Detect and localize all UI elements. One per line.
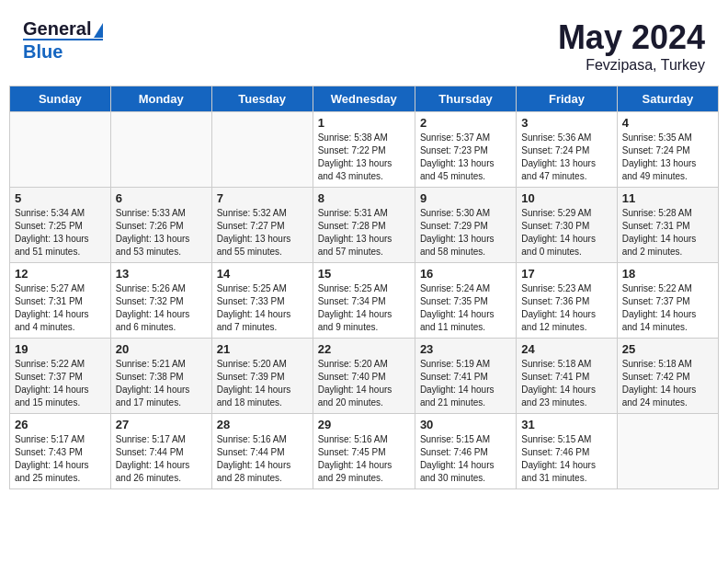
day-info: Sunrise: 5:33 AM Sunset: 7:26 PM Dayligh… <box>116 207 207 259</box>
calendar-cell: 25Sunrise: 5:18 AM Sunset: 7:42 PM Dayli… <box>617 339 718 414</box>
day-info: Sunrise: 5:20 AM Sunset: 7:40 PM Dayligh… <box>318 358 410 409</box>
weekday-header-tuesday: Tuesday <box>211 86 313 112</box>
calendar-cell: 14Sunrise: 5:25 AM Sunset: 7:33 PM Dayli… <box>211 263 313 339</box>
day-number: 15 <box>318 267 410 281</box>
day-info: Sunrise: 5:17 AM Sunset: 7:43 PM Dayligh… <box>15 433 106 485</box>
page-header: General Blue May 2024 Fevzipasa, Turkey <box>9 9 719 78</box>
day-info: Sunrise: 5:16 AM Sunset: 7:45 PM Dayligh… <box>318 433 410 485</box>
day-number: 8 <box>318 191 410 205</box>
weekday-header-wednesday: Wednesday <box>313 86 415 112</box>
day-info: Sunrise: 5:37 AM Sunset: 7:23 PM Dayligh… <box>420 132 511 183</box>
day-number: 12 <box>15 267 106 281</box>
day-info: Sunrise: 5:32 AM Sunset: 7:27 PM Dayligh… <box>217 207 308 259</box>
day-number: 1 <box>318 116 410 130</box>
day-number: 27 <box>116 418 207 431</box>
calendar-cell: 20Sunrise: 5:21 AM Sunset: 7:38 PM Dayli… <box>110 339 211 414</box>
day-info: Sunrise: 5:26 AM Sunset: 7:32 PM Dayligh… <box>116 282 207 334</box>
day-number: 18 <box>622 267 713 281</box>
day-number: 6 <box>116 191 207 205</box>
day-info: Sunrise: 5:18 AM Sunset: 7:42 PM Dayligh… <box>622 358 713 409</box>
month-title: May 2024 Fevzipasa, Turkey <box>558 18 705 74</box>
day-number: 3 <box>521 116 611 130</box>
location: Fevzipasa, Turkey <box>558 57 705 74</box>
day-number: 13 <box>116 267 207 281</box>
calendar-cell <box>10 112 111 188</box>
logo-text-blue: Blue <box>23 39 103 62</box>
calendar-cell: 6Sunrise: 5:33 AM Sunset: 7:26 PM Daylig… <box>110 188 211 263</box>
calendar-cell: 28Sunrise: 5:16 AM Sunset: 7:44 PM Dayli… <box>211 414 313 489</box>
day-info: Sunrise: 5:28 AM Sunset: 7:31 PM Dayligh… <box>622 207 713 259</box>
day-number: 17 <box>521 267 611 281</box>
calendar-cell: 17Sunrise: 5:23 AM Sunset: 7:36 PM Dayli… <box>517 263 617 339</box>
day-info: Sunrise: 5:38 AM Sunset: 7:22 PM Dayligh… <box>318 132 410 183</box>
calendar-cell: 2Sunrise: 5:37 AM Sunset: 7:23 PM Daylig… <box>415 112 516 188</box>
calendar-header-row: SundayMondayTuesdayWednesdayThursdayFrid… <box>10 86 719 112</box>
calendar-cell: 3Sunrise: 5:36 AM Sunset: 7:24 PM Daylig… <box>517 112 617 188</box>
day-info: Sunrise: 5:15 AM Sunset: 7:46 PM Dayligh… <box>521 433 611 485</box>
day-number: 14 <box>217 267 308 281</box>
calendar-cell: 18Sunrise: 5:22 AM Sunset: 7:37 PM Dayli… <box>617 263 718 339</box>
day-number: 16 <box>420 267 511 281</box>
calendar-cell: 26Sunrise: 5:17 AM Sunset: 7:43 PM Dayli… <box>10 414 111 489</box>
weekday-header-sunday: Sunday <box>10 86 111 112</box>
calendar-week-5: 26Sunrise: 5:17 AM Sunset: 7:43 PM Dayli… <box>10 414 719 489</box>
calendar-cell: 23Sunrise: 5:19 AM Sunset: 7:41 PM Dayli… <box>415 339 516 414</box>
calendar-cell: 12Sunrise: 5:27 AM Sunset: 7:31 PM Dayli… <box>10 263 111 339</box>
day-info: Sunrise: 5:35 AM Sunset: 7:24 PM Dayligh… <box>622 132 713 183</box>
day-number: 26 <box>15 418 106 431</box>
calendar-cell: 21Sunrise: 5:20 AM Sunset: 7:39 PM Dayli… <box>211 339 313 414</box>
day-number: 21 <box>217 342 308 356</box>
calendar-cell: 10Sunrise: 5:29 AM Sunset: 7:30 PM Dayli… <box>517 188 617 263</box>
day-info: Sunrise: 5:21 AM Sunset: 7:38 PM Dayligh… <box>116 358 207 409</box>
day-number: 19 <box>15 342 106 356</box>
month-year: May 2024 <box>558 18 705 57</box>
day-number: 4 <box>622 116 713 130</box>
calendar-cell: 13Sunrise: 5:26 AM Sunset: 7:32 PM Dayli… <box>110 263 211 339</box>
calendar-week-4: 19Sunrise: 5:22 AM Sunset: 7:37 PM Dayli… <box>10 339 719 414</box>
calendar-cell: 8Sunrise: 5:31 AM Sunset: 7:28 PM Daylig… <box>313 188 415 263</box>
calendar-cell: 1Sunrise: 5:38 AM Sunset: 7:22 PM Daylig… <box>313 112 415 188</box>
day-number: 31 <box>521 418 611 431</box>
calendar-cell: 27Sunrise: 5:17 AM Sunset: 7:44 PM Dayli… <box>110 414 211 489</box>
calendar-week-2: 5Sunrise: 5:34 AM Sunset: 7:25 PM Daylig… <box>10 188 719 263</box>
day-number: 9 <box>420 191 511 205</box>
calendar-cell: 30Sunrise: 5:15 AM Sunset: 7:46 PM Dayli… <box>415 414 516 489</box>
day-info: Sunrise: 5:15 AM Sunset: 7:46 PM Dayligh… <box>420 433 511 485</box>
day-info: Sunrise: 5:36 AM Sunset: 7:24 PM Dayligh… <box>521 132 611 183</box>
day-info: Sunrise: 5:19 AM Sunset: 7:41 PM Dayligh… <box>420 358 511 409</box>
day-info: Sunrise: 5:30 AM Sunset: 7:29 PM Dayligh… <box>420 207 511 259</box>
calendar-week-1: 1Sunrise: 5:38 AM Sunset: 7:22 PM Daylig… <box>10 112 719 188</box>
day-number: 11 <box>622 191 713 205</box>
weekday-header-thursday: Thursday <box>415 86 516 112</box>
day-number: 23 <box>420 342 511 356</box>
calendar-body: 1Sunrise: 5:38 AM Sunset: 7:22 PM Daylig… <box>10 112 719 489</box>
day-info: Sunrise: 5:22 AM Sunset: 7:37 PM Dayligh… <box>622 282 713 334</box>
day-number: 2 <box>420 116 511 130</box>
calendar-cell <box>617 414 718 489</box>
day-info: Sunrise: 5:29 AM Sunset: 7:30 PM Dayligh… <box>521 207 611 259</box>
day-info: Sunrise: 5:24 AM Sunset: 7:35 PM Dayligh… <box>420 282 511 334</box>
logo: General Blue <box>23 18 103 62</box>
day-info: Sunrise: 5:25 AM Sunset: 7:34 PM Dayligh… <box>318 282 410 334</box>
calendar-cell: 29Sunrise: 5:16 AM Sunset: 7:45 PM Dayli… <box>313 414 415 489</box>
calendar-cell <box>211 112 313 188</box>
weekday-header-monday: Monday <box>110 86 211 112</box>
day-number: 20 <box>116 342 207 356</box>
day-info: Sunrise: 5:31 AM Sunset: 7:28 PM Dayligh… <box>318 207 410 259</box>
day-number: 22 <box>318 342 410 356</box>
day-info: Sunrise: 5:22 AM Sunset: 7:37 PM Dayligh… <box>15 358 106 409</box>
day-number: 30 <box>420 418 511 431</box>
calendar-cell <box>110 112 211 188</box>
calendar-cell: 4Sunrise: 5:35 AM Sunset: 7:24 PM Daylig… <box>617 112 718 188</box>
weekday-header-saturday: Saturday <box>617 86 718 112</box>
day-number: 25 <box>622 342 713 356</box>
day-number: 24 <box>521 342 611 356</box>
calendar-cell: 16Sunrise: 5:24 AM Sunset: 7:35 PM Dayli… <box>415 263 516 339</box>
day-info: Sunrise: 5:16 AM Sunset: 7:44 PM Dayligh… <box>217 433 308 485</box>
day-info: Sunrise: 5:25 AM Sunset: 7:33 PM Dayligh… <box>217 282 308 334</box>
calendar-cell: 22Sunrise: 5:20 AM Sunset: 7:40 PM Dayli… <box>313 339 415 414</box>
day-info: Sunrise: 5:27 AM Sunset: 7:31 PM Dayligh… <box>15 282 106 334</box>
calendar-week-3: 12Sunrise: 5:27 AM Sunset: 7:31 PM Dayli… <box>10 263 719 339</box>
calendar-cell: 31Sunrise: 5:15 AM Sunset: 7:46 PM Dayli… <box>517 414 617 489</box>
calendar-table: SundayMondayTuesdayWednesdayThursdayFrid… <box>9 86 719 489</box>
